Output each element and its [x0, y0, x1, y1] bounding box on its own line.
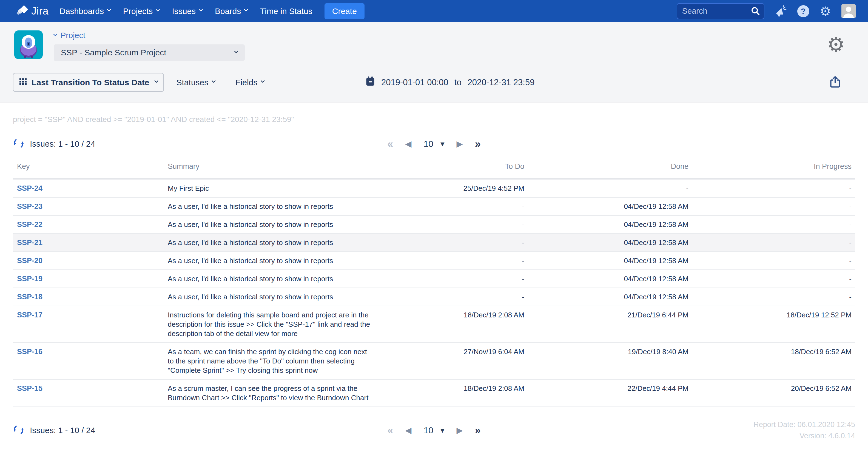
inprogress-date: - [688, 220, 851, 229]
table-row: SSP-15 As a scrum master, I can see the … [13, 380, 855, 407]
todo-date: 18/Dec/19 2:08 AM [387, 384, 524, 393]
nav-item-label: Dashboards [60, 7, 104, 16]
nav-menu: Dashboards Projects Issues Boards Time i… [60, 7, 312, 16]
done-date: 21/Dec/19 6:44 PM [524, 310, 688, 320]
nav-item-label: Issues [172, 7, 196, 16]
date-to: 2020-12-31 23:59 [468, 78, 535, 87]
issue-summary: As a user, I'd like a historical story t… [168, 238, 381, 247]
inprogress-date: - [688, 184, 851, 193]
done-date: 04/Dec/19 12:58 AM [524, 292, 688, 302]
todo-date: - [387, 202, 524, 211]
pagination-prev-button[interactable]: ◀ [405, 140, 411, 148]
inprogress-date: - [688, 238, 851, 247]
table-row: SSP-20 As a user, I'd like a historical … [13, 252, 855, 270]
issue-summary: Instructions for deleting this sample bo… [168, 310, 381, 338]
pagination-next-button[interactable]: ▶ [457, 426, 463, 434]
project-select[interactable]: SSP - Sample Scrum Project [54, 44, 245, 61]
done-date: 04/Dec/19 12:58 AM [524, 202, 688, 211]
issue-key-link[interactable]: SSP-20 [17, 256, 42, 265]
inprogress-date: - [688, 292, 851, 302]
page-size-select[interactable]: 10 ▼ [424, 139, 444, 149]
nav-item-boards[interactable]: Boards [215, 7, 247, 16]
issue-key-link[interactable]: SSP-19 [17, 275, 42, 283]
issues-count-label: Issues: 1 - 10 / 24 [30, 139, 95, 149]
fields-dropdown[interactable]: Fields [236, 78, 264, 87]
help-icon[interactable]: ? [797, 5, 809, 17]
issue-summary: As a user, I'd like a historical story t… [168, 256, 381, 265]
chevron-down-icon [234, 49, 239, 53]
nav-item-time-in-status[interactable]: Time in Status [260, 7, 312, 16]
done-date: 04/Dec/19 12:58 AM [524, 220, 688, 229]
refresh-icon[interactable] [13, 424, 24, 437]
pagination-next-button[interactable]: ▶ [457, 140, 463, 148]
brand-name: Jira [31, 5, 49, 17]
page-size-select[interactable]: 10 ▼ [424, 425, 444, 435]
nav-settings-gear-icon[interactable]: ⚙ [820, 5, 831, 18]
date-range-picker[interactable]: 2019-01-01 00:00 to 2020-12-31 23:59 [365, 76, 534, 89]
pagination-bottom: « ◀ 10 ▼ ▶ » [387, 425, 481, 435]
issue-key-link[interactable]: SSP-15 [17, 384, 42, 393]
pagination-last-button[interactable]: » [475, 425, 481, 435]
inprogress-date: 18/Dec/19 6:52 AM [688, 347, 851, 356]
column-header-inprogress: In Progress [688, 162, 851, 171]
export-icon[interactable] [829, 75, 841, 90]
calendar-icon [365, 76, 375, 89]
pagination-last-button[interactable]: » [475, 139, 481, 149]
nav-item-label: Boards [215, 7, 241, 16]
issue-key-link[interactable]: SSP-21 [17, 239, 42, 247]
project-label[interactable]: Project [54, 31, 245, 40]
table-row: SSP-18 As a user, I'd like a historical … [13, 288, 855, 306]
pagination-prev-button[interactable]: ◀ [405, 426, 411, 434]
statuses-label: Statuses [177, 78, 209, 87]
chevron-down-icon [154, 79, 158, 83]
nav-item-dashboards[interactable]: Dashboards [60, 7, 111, 16]
inprogress-date: 18/Dec/19 12:52 PM [688, 310, 851, 320]
todo-date: 18/Dec/19 2:08 AM [387, 310, 524, 320]
issue-key-link[interactable]: SSP-22 [17, 220, 42, 229]
todo-date: 25/Dec/19 4:52 PM [387, 184, 524, 193]
report-settings-gear-icon[interactable]: ⚙ [827, 34, 845, 55]
issues-table: Key Summary To Do Done In Progress SSP-2… [13, 162, 855, 407]
report-type-label: Last Transition To Status Date [32, 78, 149, 87]
top-toolbar: Issues: 1 - 10 / 24 « ◀ 10 ▼ ▶ » [0, 138, 868, 150]
feedback-megaphone-icon[interactable] [775, 5, 787, 17]
done-date: 04/Dec/19 12:58 AM [524, 256, 688, 265]
user-avatar[interactable] [841, 4, 856, 18]
date-from: 2019-01-01 00:00 [381, 78, 448, 87]
issue-key-link[interactable]: SSP-18 [17, 293, 42, 301]
nav-item-label: Time in Status [260, 7, 312, 16]
top-nav: Jira Dashboards Projects Issues Boards T… [0, 0, 868, 22]
done-date: 04/Dec/19 12:58 AM [524, 238, 688, 247]
report-date: Report Date: 06.01.2020 12:45 [481, 419, 855, 430]
chevron-down-icon [107, 7, 111, 12]
todo-date: - [387, 238, 524, 247]
column-header-todo: To Do [387, 162, 524, 171]
search-icon[interactable] [750, 6, 761, 18]
nav-item-issues[interactable]: Issues [172, 7, 202, 16]
issue-key-link[interactable]: SSP-16 [17, 347, 42, 356]
project-avatar-icon [14, 30, 43, 59]
table-row: SSP-21 As a user, I'd like a historical … [13, 234, 855, 252]
create-button[interactable]: Create [324, 3, 365, 19]
pagination-first-button[interactable]: « [387, 425, 393, 435]
filter-row: Last Transition To Status Date Statuses … [0, 73, 868, 92]
statuses-dropdown[interactable]: Statuses [177, 78, 215, 87]
todo-date: - [387, 292, 524, 302]
refresh-icon[interactable] [13, 138, 24, 150]
jira-logo-icon [16, 4, 29, 18]
issue-key-link[interactable]: SSP-23 [17, 202, 42, 211]
jira-logo[interactable]: Jira [16, 4, 49, 18]
caret-down-icon: ▼ [440, 427, 444, 433]
pagination-first-button[interactable]: « [387, 139, 393, 149]
table-row: SSP-23 As a user, I'd like a historical … [13, 198, 855, 216]
table-row: SSP-22 As a user, I'd like a historical … [13, 216, 855, 234]
issue-key-link[interactable]: SSP-24 [17, 184, 42, 192]
issue-key-link[interactable]: SSP-17 [17, 311, 42, 319]
report-type-button[interactable]: Last Transition To Status Date [13, 73, 164, 92]
issue-summary: As a user, I'd like a historical story t… [168, 292, 381, 302]
todo-date: - [387, 220, 524, 229]
report-version: Version: 4.6.0.14 [481, 430, 855, 442]
chevron-down-icon [156, 7, 160, 12]
nav-item-projects[interactable]: Projects [123, 7, 159, 16]
done-date: 04/Dec/19 12:58 AM [524, 274, 688, 283]
